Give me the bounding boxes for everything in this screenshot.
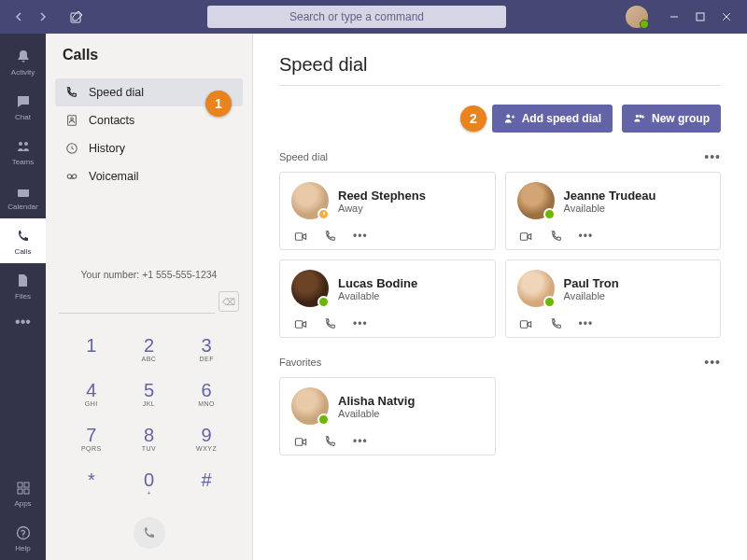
close-button[interactable] bbox=[713, 6, 740, 28]
nav-history[interactable]: History bbox=[55, 134, 243, 162]
svg-rect-2 bbox=[697, 13, 704, 21]
rail-calendar[interactable]: Calendar bbox=[0, 174, 46, 218]
dial-digit: # bbox=[202, 470, 212, 489]
rail-activity[interactable]: Activity bbox=[0, 39, 46, 84]
presence-badge bbox=[317, 208, 330, 220]
section-more-button[interactable]: ••• bbox=[704, 149, 721, 164]
contact-name: Lucas Bodine bbox=[338, 276, 484, 290]
compose-button[interactable] bbox=[65, 6, 88, 28]
title-bar bbox=[0, 0, 747, 34]
phone-icon bbox=[64, 85, 79, 100]
maximize-button[interactable] bbox=[687, 6, 713, 28]
button-label: Add speed dial bbox=[522, 112, 601, 125]
video-call-button[interactable] bbox=[293, 316, 308, 331]
dial-digit: 5 bbox=[144, 381, 154, 399]
video-call-button[interactable] bbox=[293, 229, 308, 244]
rail-help[interactable]: Help bbox=[0, 515, 46, 560]
rail-label: Calendar bbox=[7, 203, 37, 211]
dial-key-4[interactable]: 4GHI bbox=[63, 371, 120, 416]
contact-more-button[interactable]: ••• bbox=[353, 230, 368, 243]
contact-more-button[interactable]: ••• bbox=[579, 317, 594, 330]
dial-digit: 1 bbox=[86, 336, 96, 355]
user-avatar[interactable] bbox=[626, 6, 648, 28]
phone-icon bbox=[14, 227, 33, 245]
contact-status: Available bbox=[338, 408, 484, 419]
backspace-button[interactable]: ⌫ bbox=[218, 291, 239, 312]
dial-letters: DEF bbox=[199, 356, 214, 362]
rail-label: Teams bbox=[12, 158, 35, 166]
audio-call-button[interactable] bbox=[323, 229, 338, 244]
dial-key-3[interactable]: 3DEF bbox=[177, 327, 235, 371]
svg-rect-10 bbox=[24, 489, 29, 494]
rail-files[interactable]: Files bbox=[0, 263, 46, 308]
dial-digit: 2 bbox=[144, 336, 154, 355]
svg-point-14 bbox=[71, 118, 74, 120]
video-call-button[interactable] bbox=[519, 229, 534, 244]
dial-call-button[interactable] bbox=[134, 517, 165, 549]
dial-digit: 3 bbox=[202, 336, 212, 355]
svg-point-4 bbox=[24, 142, 28, 146]
audio-call-button[interactable] bbox=[549, 229, 564, 244]
add-speed-dial-button[interactable]: Add speed dial bbox=[492, 105, 613, 133]
dialpad: 1 2ABC3DEF4GHI5JKL6MNO7PQRS8TUV9WXYZ* 0+… bbox=[46, 321, 252, 513]
minimize-button[interactable] bbox=[661, 6, 687, 28]
search-input[interactable] bbox=[207, 6, 506, 28]
rail-label: Files bbox=[15, 292, 31, 301]
nav-back-button[interactable] bbox=[7, 6, 30, 28]
contact-more-button[interactable]: ••• bbox=[579, 230, 594, 243]
nav-forward-button[interactable] bbox=[32, 6, 54, 28]
section-more-button[interactable]: ••• bbox=[704, 355, 721, 370]
dial-letters: ABC bbox=[142, 356, 157, 362]
rail-more[interactable]: ••• bbox=[15, 308, 31, 336]
contact-more-button[interactable]: ••• bbox=[353, 317, 368, 330]
contacts-icon bbox=[64, 113, 79, 128]
dial-letters: GHI bbox=[85, 400, 98, 407]
dial-key-8[interactable]: 8TUV bbox=[120, 416, 178, 461]
rail-label: Chat bbox=[15, 113, 31, 121]
audio-call-button[interactable] bbox=[323, 434, 338, 449]
audio-call-button[interactable] bbox=[549, 316, 564, 331]
dial-key-9[interactable]: 9WXYZ bbox=[177, 416, 235, 461]
dial-key-2[interactable]: 2ABC bbox=[120, 327, 178, 371]
svg-point-19 bbox=[506, 114, 510, 118]
contact-name: Alisha Natvig bbox=[338, 394, 484, 408]
dial-key-#[interactable]: # bbox=[177, 461, 235, 506]
dial-letters: JKL bbox=[143, 400, 156, 407]
contact-card: Alisha NatvigAvailable••• bbox=[279, 377, 496, 455]
nav-voicemail[interactable]: Voicemail bbox=[55, 162, 243, 190]
svg-point-12 bbox=[22, 536, 23, 537]
dial-key-6[interactable]: 6MNO bbox=[177, 371, 235, 416]
dial-number-input[interactable] bbox=[59, 289, 215, 314]
avatar bbox=[517, 270, 555, 307]
nav-label: Speed dial bbox=[89, 86, 144, 99]
dial-key-7[interactable]: 7PQRS bbox=[63, 416, 120, 461]
contact-status: Available bbox=[564, 203, 710, 214]
video-call-button[interactable] bbox=[519, 316, 534, 331]
teams-icon bbox=[14, 137, 33, 156]
audio-call-button[interactable] bbox=[323, 316, 338, 331]
svg-point-16 bbox=[67, 175, 71, 178]
video-call-button[interactable] bbox=[293, 434, 308, 449]
avatar bbox=[291, 270, 329, 307]
rail-chat[interactable]: Chat bbox=[0, 84, 46, 129]
app-rail: Activity Chat Teams Calendar Calls Files… bbox=[0, 34, 46, 560]
dial-digit: 0 bbox=[144, 470, 154, 489]
contact-more-button[interactable]: ••• bbox=[353, 435, 368, 448]
dial-key-*[interactable]: * bbox=[63, 461, 120, 506]
dial-key-1[interactable]: 1 bbox=[63, 327, 120, 371]
contact-card: Paul TronAvailable••• bbox=[505, 259, 722, 338]
rail-teams[interactable]: Teams bbox=[0, 129, 46, 174]
main-content: Speed dial Add speed dial New group Spee… bbox=[253, 34, 747, 560]
rail-apps[interactable]: Apps bbox=[0, 470, 46, 515]
divider bbox=[279, 85, 721, 86]
dial-key-0[interactable]: 0+ bbox=[120, 461, 178, 506]
dial-digit: 7 bbox=[86, 426, 96, 444]
dial-digit: * bbox=[88, 470, 95, 489]
dial-digit: 9 bbox=[202, 426, 212, 444]
svg-rect-8 bbox=[24, 483, 29, 487]
apps-icon bbox=[14, 479, 33, 497]
rail-calls[interactable]: Calls bbox=[0, 218, 46, 263]
chat-icon bbox=[14, 92, 33, 111]
new-group-button[interactable]: New group bbox=[622, 105, 721, 133]
dial-key-5[interactable]: 5JKL bbox=[120, 371, 178, 416]
